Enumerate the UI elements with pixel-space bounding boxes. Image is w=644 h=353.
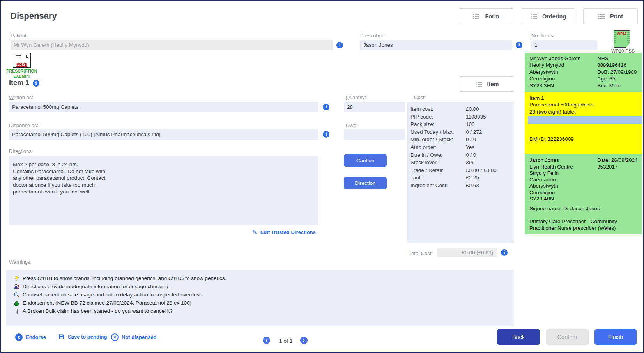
- cost-row-label: Min. order / Stock:: [410, 136, 466, 144]
- item-info-icon[interactable]: [33, 80, 39, 87]
- total-cost-info-icon[interactable]: [501, 249, 508, 256]
- patient-dob: DoB: 27/09/1989: [597, 69, 637, 75]
- cost-row-value: 396: [466, 159, 475, 167]
- warning-row: Press Ctrl+B to show brands, including b…: [14, 274, 514, 282]
- document-lines-decoration: [16, 55, 21, 59]
- prescriber-address-line: Ceredigion: [529, 190, 642, 196]
- signed-name: Signed name: Dr Jason Jones: [529, 206, 600, 211]
- ordering-button-label: Ordering: [542, 13, 566, 20]
- warning-text: Endorsement (NEW BB 72 claimed 27/09/202…: [23, 300, 191, 306]
- cost-row: Used Today / Max:0 / 272: [410, 128, 514, 136]
- pound-icon: [15, 333, 23, 341]
- edit-trusted-directions-link[interactable]: ✎ Edit Trusted Directions: [252, 229, 316, 235]
- confirm-button[interactable]: Confirm: [546, 329, 589, 345]
- page-indicator: 1 of 1: [273, 338, 299, 344]
- item-card-quantity: 28 (two eight) tablet: [529, 108, 642, 115]
- cost-row-label: Item cost:: [410, 105, 466, 113]
- cost-row: Stock level:396: [410, 159, 514, 167]
- cost-row: Ingredient Cost:£0.63: [410, 182, 514, 190]
- no-items-label: No. Items:: [531, 33, 554, 39]
- patient-info-icon[interactable]: [336, 42, 343, 48]
- save-icon: [58, 333, 65, 340]
- cost-row-value: £0.63: [466, 182, 479, 190]
- dispense-as-info-icon[interactable]: [323, 131, 329, 138]
- owe-field[interactable]: [344, 129, 405, 140]
- list-icon: [598, 14, 605, 19]
- list-icon: [475, 82, 482, 87]
- endorsement-icon: [14, 300, 20, 306]
- warning-row: A Broken Bulk claim has been started - d…: [14, 307, 514, 315]
- warning-text: Directions provide inadequate informatio…: [23, 284, 170, 289]
- cost-row-value: £2.25: [466, 174, 479, 182]
- item-button[interactable]: Item: [460, 76, 514, 92]
- total-cost-label: Total Cost:: [389, 250, 433, 256]
- ordering-button[interactable]: Ordering: [521, 8, 575, 24]
- cost-row-value: Yes: [466, 144, 474, 151]
- cost-row: Min. order / Stock:0 / 0: [410, 136, 514, 144]
- cost-row-value: 100: [466, 121, 475, 128]
- next-page-button[interactable]: [300, 337, 308, 344]
- cost-row-label: PIP code:: [410, 113, 466, 121]
- dispense-as-field[interactable]: Paracetamol 500mg Caplets (100) [Almus P…: [9, 129, 318, 140]
- prescriber-address-line: Stryd y Felin: [529, 170, 642, 177]
- save-to-pending-link[interactable]: Save to pending: [58, 333, 107, 340]
- form-button[interactable]: Form: [459, 8, 513, 24]
- prescriber-address-line: Aberystwyth: [529, 183, 642, 190]
- dispensary-window: Dispensary Form Ordering Print Patient: …: [0, 0, 644, 353]
- list-icon: [530, 14, 537, 19]
- prescriber-field[interactable]: Jason Jones: [360, 40, 512, 50]
- warning-row: ! Directions provide inadequate informat…: [14, 282, 514, 291]
- prescriber-address-line: Caernarfon: [529, 177, 642, 183]
- patient-field[interactable]: Mr Wyn Gareth (Heol y Mynydd): [11, 40, 333, 50]
- prescriber-details-card: Jason Jones Llyn Health Centre Stryd y F…: [525, 154, 642, 234]
- warning-row: Endorsement (NEW BB 72 claimed 27/09/202…: [14, 299, 514, 307]
- written-as-field[interactable]: Paracetamol 500mg Caplets: [9, 102, 318, 112]
- cost-row: Item cost:£0.00: [410, 105, 514, 113]
- patient-age: Age: 35: [597, 75, 637, 82]
- cost-panel: Item cost:£0.00 PIP code:1108935 Pack si…: [407, 102, 514, 243]
- prescriber-address-line: SY23 4BN: [529, 196, 642, 202]
- cost-row-label: Tariff:: [410, 174, 466, 182]
- finish-button[interactable]: Finish: [594, 329, 637, 345]
- warning-text: Counsel patient on safe usage and not to…: [23, 292, 204, 298]
- prescriber-info-icon[interactable]: [516, 42, 522, 48]
- cost-row: Due in / Owe:0 / 0: [410, 151, 514, 159]
- print-button-label: Print: [610, 13, 623, 20]
- caution-button[interactable]: Caution: [344, 154, 387, 167]
- cost-row-label: Pack size:: [410, 121, 466, 128]
- previous-page-button[interactable]: [263, 337, 270, 344]
- not-dispensed-link[interactable]: Not dispensed: [111, 333, 157, 341]
- prescriber-type: Primary Care Prescriber - Community Prac…: [529, 218, 640, 231]
- cost-row: Pack size:100: [410, 121, 514, 128]
- total-cost-field: £0.00 (£0.63): [437, 248, 497, 257]
- cost-row-label: Trade / Retail:: [410, 167, 466, 174]
- written-as-info-icon[interactable]: [323, 104, 329, 110]
- cost-row-label: Stock level:: [410, 159, 466, 167]
- cost-row-value: 0 / 0: [466, 151, 476, 159]
- svg-text:!: !: [18, 284, 19, 290]
- page-title: Dispensary: [11, 11, 57, 21]
- not-dispensed-icon: [111, 333, 119, 341]
- back-button[interactable]: Back: [497, 329, 540, 345]
- document-square-decoration: [26, 55, 28, 58]
- cost-row-label: Auto order:: [410, 144, 466, 151]
- cost-row-label: Used Today / Max:: [410, 128, 466, 136]
- directions-field[interactable]: Max 2 per dose, 8 in 24 hrs. Contains Pa…: [9, 156, 318, 225]
- quantity-field[interactable]: 28: [344, 102, 405, 112]
- endorse-label: Endorse: [26, 334, 46, 340]
- exemption-code: PR26: [13, 62, 30, 67]
- cost-row-value: £0.00: [466, 105, 479, 113]
- item-dmd-code: DM+D: 322236009: [529, 136, 574, 142]
- no-items-field[interactable]: 1: [531, 40, 597, 50]
- cost-row-value: £0.00 / £0.00: [466, 167, 497, 174]
- exemption-form-icon: PR26: [13, 53, 31, 68]
- direction-button[interactable]: Direction: [344, 177, 387, 189]
- show-brands-icon: [14, 275, 20, 282]
- prescription-date: Date: 26/09/2024: [597, 157, 638, 164]
- warning-text: Press Ctrl+B to show brands, including b…: [23, 275, 226, 281]
- cost-row-label: Ingredient Cost:: [410, 182, 466, 190]
- print-button[interactable]: Print: [583, 8, 638, 24]
- patient-label: Patient:: [11, 33, 28, 39]
- endorse-link[interactable]: Endorse: [15, 333, 46, 341]
- cost-row: Trade / Retail:£0.00 / £0.00: [410, 167, 514, 174]
